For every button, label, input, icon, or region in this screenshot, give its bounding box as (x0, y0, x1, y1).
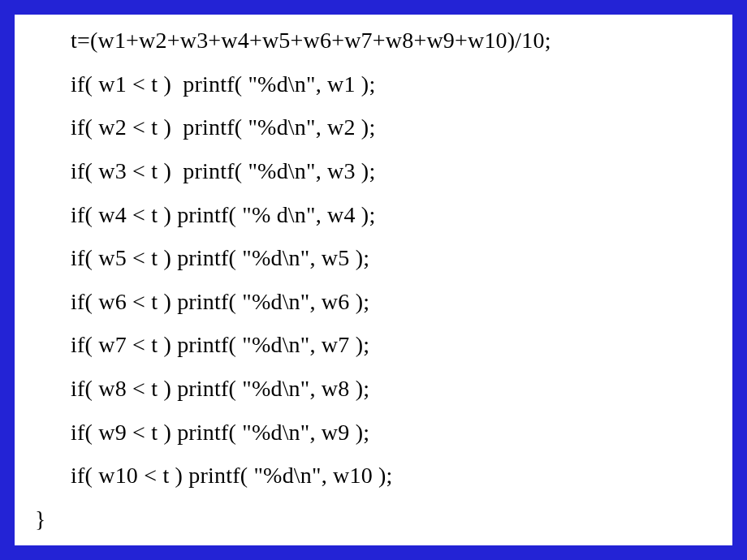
code-line: if( w2 < t ) printf( "%d\n", w2 ); (35, 116, 708, 139)
code-line: t=(w1+w2+w3+w4+w5+w6+w7+w8+w9+w10)/10; (35, 29, 708, 52)
code-line: if( w4 < t ) printf( "% d\n", w4 ); (35, 204, 708, 226)
slide-content: t=(w1+w2+w3+w4+w5+w6+w7+w8+w9+w10)/10; i… (15, 15, 732, 545)
code-line: if( w5 < t ) printf( "%d\n", w5 ); (35, 247, 708, 269)
code-line: if( w9 < t ) printf( "%d\n", w9 ); (35, 421, 708, 444)
code-line: } (35, 508, 708, 531)
code-line: if( w10 < t ) printf( "%d\n", w10 ); (35, 464, 708, 487)
code-line: if( w1 < t ) printf( "%d\n", w1 ); (35, 73, 708, 96)
code-line: if( w3 < t ) printf( "%d\n", w3 ); (35, 160, 708, 183)
code-line: if( w6 < t ) printf( "%d\n", w6 ); (35, 291, 708, 313)
code-line: if( w8 < t ) printf( "%d\n", w8 ); (35, 377, 708, 400)
code-line: if( w7 < t ) printf( "%d\n", w7 ); (35, 334, 708, 356)
